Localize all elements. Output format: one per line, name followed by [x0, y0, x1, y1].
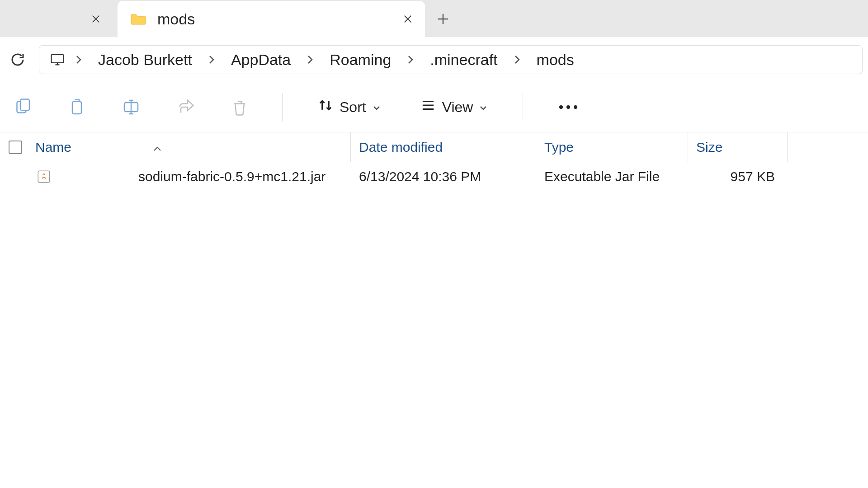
- breadcrumb-segment[interactable]: mods: [528, 48, 582, 71]
- rename-button[interactable]: [118, 94, 145, 121]
- column-header-type[interactable]: Type: [536, 132, 688, 162]
- file-size: 957 KB: [731, 169, 775, 184]
- chevron-right-icon[interactable]: [205, 50, 218, 70]
- svg-rect-0: [52, 55, 64, 63]
- sort-asc-icon: [153, 140, 162, 155]
- file-row[interactable]: sodium-fabric-0.5.9+mc1.21.jar 6/13/2024…: [0, 162, 868, 191]
- copy-button[interactable]: [63, 94, 90, 121]
- sort-icon: [318, 98, 333, 117]
- new-tab-button[interactable]: [425, 1, 461, 37]
- column-header-date[interactable]: Date modified: [351, 132, 536, 162]
- svg-rect-2: [20, 99, 29, 111]
- separator: [523, 93, 523, 122]
- column-label: Size: [696, 140, 722, 155]
- tab-bar: mods: [0, 0, 868, 37]
- breadcrumb-segment[interactable]: Roaming: [321, 48, 399, 71]
- chevron-right-icon[interactable]: [72, 50, 85, 70]
- tab-active[interactable]: mods: [118, 1, 425, 37]
- chevron-right-icon[interactable]: [510, 50, 524, 70]
- breadcrumb-segment[interactable]: .minecraft: [422, 48, 505, 71]
- chevron-right-icon[interactable]: [303, 50, 317, 70]
- dot-icon: [566, 105, 570, 109]
- address-bar: Jacob Burkett AppData Roaming .minecraft…: [0, 37, 868, 82]
- select-all-checkbox[interactable]: [0, 141, 31, 154]
- toolbar: Sort View: [0, 82, 868, 132]
- chevron-right-icon[interactable]: [404, 50, 417, 70]
- file-type: Executable Jar File: [544, 169, 660, 184]
- view-icon: [420, 98, 436, 117]
- view-label: View: [442, 99, 473, 116]
- sort-button[interactable]: Sort: [311, 94, 387, 120]
- tab-label: mods: [157, 10, 389, 28]
- file-list-header: Name Date modified Type Size: [0, 132, 868, 162]
- breadcrumb-segment[interactable]: AppData: [223, 48, 299, 71]
- close-icon[interactable]: [400, 11, 416, 27]
- column-header-name[interactable]: Name: [31, 132, 351, 162]
- tab-inactive[interactable]: [0, 1, 118, 37]
- dot-icon: [559, 105, 563, 109]
- separator: [282, 93, 283, 122]
- column-label: Type: [544, 140, 574, 155]
- close-icon[interactable]: [88, 11, 104, 27]
- chevron-down-icon: [479, 99, 487, 116]
- folder-icon: [130, 13, 146, 25]
- refresh-button[interactable]: [5, 47, 30, 72]
- column-header-size[interactable]: Size: [688, 132, 788, 162]
- more-button[interactable]: [552, 102, 585, 113]
- jar-file-icon: [35, 168, 52, 185]
- column-label: Date modified: [359, 140, 443, 155]
- delete-button[interactable]: [226, 94, 253, 121]
- cut-button[interactable]: [9, 94, 36, 121]
- pc-icon[interactable]: [47, 50, 67, 70]
- sort-label: Sort: [340, 99, 366, 116]
- breadcrumb-segment[interactable]: Jacob Burkett: [90, 48, 200, 71]
- view-button[interactable]: View: [414, 94, 494, 120]
- dot-icon: [574, 105, 577, 109]
- svg-rect-5: [38, 171, 50, 183]
- breadcrumb[interactable]: Jacob Burkett AppData Roaming .minecraft…: [39, 45, 863, 74]
- column-label: Name: [35, 140, 71, 155]
- share-button[interactable]: [172, 94, 199, 121]
- file-list: Name Date modified Type Size sodium-fabr…: [0, 132, 868, 191]
- file-date: 6/13/2024 10:36 PM: [359, 169, 481, 184]
- svg-rect-3: [72, 102, 81, 114]
- row-checkbox[interactable]: [0, 170, 31, 183]
- chevron-down-icon: [373, 99, 381, 116]
- file-name: sodium-fabric-0.5.9+mc1.21.jar: [138, 169, 326, 184]
